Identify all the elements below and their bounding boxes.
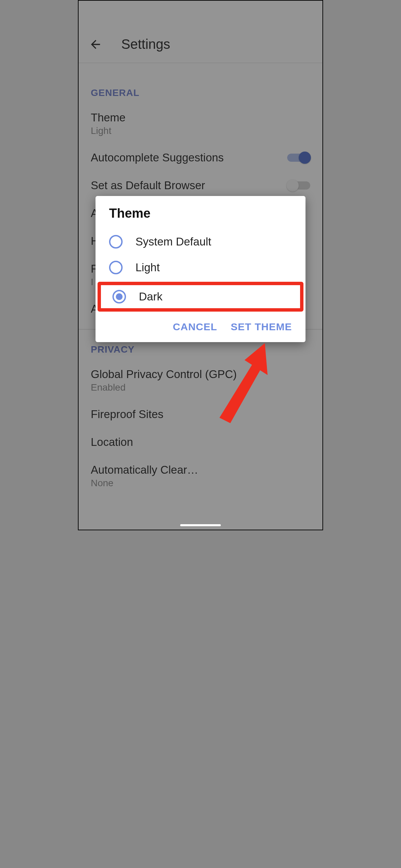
autocomplete-toggle[interactable] xyxy=(287,152,310,164)
signal-icon xyxy=(272,8,280,19)
hotspot-icon xyxy=(239,8,248,19)
setting-default-browser-title: Set as Default Browser xyxy=(91,179,205,192)
network-type-label: LTE xyxy=(251,8,268,19)
setting-gpc-value: Enabled xyxy=(91,382,237,393)
svg-point-0 xyxy=(242,11,245,13)
dialog-title: Theme xyxy=(96,206,305,229)
setting-theme[interactable]: Theme Light xyxy=(79,104,322,144)
svg-rect-5 xyxy=(284,12,289,17)
set-theme-button[interactable]: SET THEME xyxy=(231,321,292,333)
setting-fireproof[interactable]: Fireproof Sites xyxy=(79,400,322,428)
status-time: 7:26 xyxy=(111,8,130,19)
gesture-bar[interactable] xyxy=(180,524,221,526)
app-bar: Settings xyxy=(79,26,322,63)
setting-gpc-title: Global Privacy Control (GPC) xyxy=(91,368,237,381)
cancel-button[interactable]: CANCEL xyxy=(173,321,217,333)
setting-auto-clear-value: None xyxy=(91,478,198,489)
setting-autocomplete[interactable]: Autocomplete Suggestions xyxy=(79,144,322,172)
status-bar: 7:26 G LTE xyxy=(79,1,322,26)
setting-auto-clear[interactable]: Automatically Clear… None xyxy=(79,456,322,496)
radio-icon xyxy=(109,235,123,249)
setting-fireproof-title: Fireproof Sites xyxy=(91,408,164,421)
theme-option-light[interactable]: Light xyxy=(96,255,305,280)
back-arrow-icon[interactable] xyxy=(89,38,102,51)
setting-theme-value: Light xyxy=(91,125,126,136)
theme-dialog: Theme System Default Light Dark CANCEL S… xyxy=(96,196,305,342)
setting-gpc[interactable]: Global Privacy Control (GPC) Enabled xyxy=(79,360,322,400)
svg-point-1 xyxy=(241,9,246,15)
radio-label: Dark xyxy=(139,290,163,303)
setting-auto-clear-title: Automatically Clear… xyxy=(91,463,198,476)
annotation-highlight: Dark xyxy=(98,282,303,312)
page-title: Settings xyxy=(121,37,170,52)
radio-icon xyxy=(109,261,123,274)
setting-autocomplete-title: Autocomplete Suggestions xyxy=(91,151,224,164)
setting-default-browser[interactable]: Set as Default Browser xyxy=(79,172,322,199)
section-header-general: GENERAL xyxy=(79,79,322,104)
radio-label: Light xyxy=(135,261,160,274)
theme-option-system-default[interactable]: System Default xyxy=(96,229,305,255)
device-frame: 7:26 G LTE xyxy=(78,0,323,530)
battery-icon xyxy=(284,7,289,19)
radio-label: System Default xyxy=(135,235,211,248)
battery-percent: 57% xyxy=(293,8,312,19)
setting-location[interactable]: Location xyxy=(79,428,322,456)
default-browser-toggle[interactable] xyxy=(287,179,310,192)
setting-theme-title: Theme xyxy=(91,111,126,124)
theme-option-dark[interactable]: Dark xyxy=(101,285,300,308)
google-icon: G xyxy=(133,7,141,19)
setting-location-title: Location xyxy=(91,436,133,449)
radio-icon xyxy=(112,290,126,303)
